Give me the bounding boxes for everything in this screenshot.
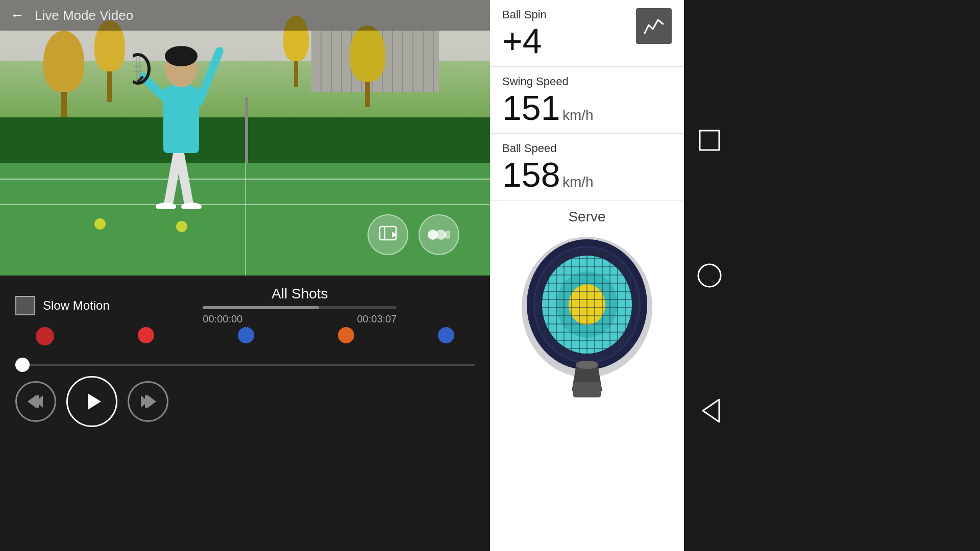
- swing-speed-label: Swing Speed: [502, 75, 672, 88]
- tree-left: [41, 31, 87, 122]
- time-end: 00:03:07: [357, 313, 397, 325]
- ball-spin-label: Ball Spin: [502, 8, 547, 21]
- svg-point-63: [576, 361, 598, 369]
- stats-panel: Ball Spin +4 Swing Speed 151 km/h Ball S…: [490, 0, 684, 551]
- rewind-button[interactable]: [15, 381, 56, 422]
- video-header: ← Live Mode Video: [0, 0, 490, 31]
- ball-speed-block: Ball Speed 158 km/h: [490, 134, 684, 201]
- tree-left2: [92, 20, 128, 102]
- ball-spin-value: +4: [502, 23, 547, 58]
- ball-speed-label: Ball Speed: [502, 142, 672, 155]
- controls-section: Slow Motion All Shots 00:00:00 00:03:07: [0, 276, 490, 551]
- playhead-track[interactable]: [15, 364, 475, 366]
- shot-dot-1[interactable]: [36, 327, 54, 345]
- slow-motion-checkbox[interactable]: [15, 296, 35, 315]
- swing-speed-value: 151: [502, 88, 560, 127]
- playhead[interactable]: [15, 358, 30, 372]
- racket-svg: [516, 228, 658, 402]
- svg-line-8: [199, 51, 219, 102]
- all-shots-container: All Shots 00:00:00 00:03:07: [125, 286, 475, 325]
- forward-button[interactable]: [128, 381, 168, 422]
- svg-rect-64: [700, 131, 719, 150]
- nav-square-button[interactable]: [694, 125, 725, 156]
- svg-rect-62: [573, 382, 601, 397]
- swing-speed-unit: km/h: [562, 107, 594, 123]
- video-overlay-controls: [368, 214, 459, 255]
- svg-line-1: [179, 148, 189, 204]
- time-start: 00:00:00: [203, 313, 242, 325]
- shot-dot-3[interactable]: [238, 327, 254, 343]
- player-figure: [133, 36, 235, 209]
- slow-motion-label: Slow Motion: [43, 298, 110, 313]
- play-button[interactable]: [66, 376, 117, 427]
- time-row: 00:00:00 00:03:07: [203, 313, 397, 325]
- svg-point-65: [698, 264, 721, 287]
- nav-bar: [684, 0, 735, 551]
- video-section: ← Live Mode Video Slow Motion All Shots …: [0, 0, 490, 551]
- progress-fill: [203, 306, 319, 309]
- svg-point-7: [165, 46, 198, 66]
- tree-right: [347, 26, 388, 107]
- overlay-shots-button[interactable]: [368, 214, 408, 255]
- video-frame: ← Live Mode Video: [0, 0, 490, 276]
- tennis-ball-2: [176, 221, 187, 232]
- slow-motion-container: Slow Motion: [15, 296, 110, 315]
- all-shots-label: All Shots: [272, 286, 328, 302]
- video-title: Live Mode Video: [35, 8, 133, 23]
- swing-speed-value-row: 151 km/h: [502, 90, 672, 125]
- serve-section: Serve: [490, 201, 684, 551]
- controls-top-row: Slow Motion All Shots 00:00:00 00:03:07: [0, 276, 490, 335]
- svg-marker-26: [148, 395, 156, 408]
- overlay-ball-button[interactable]: [419, 214, 459, 255]
- nav-circle-button[interactable]: [694, 260, 725, 291]
- svg-marker-22: [28, 395, 36, 408]
- shot-timeline: [0, 335, 490, 366]
- svg-marker-66: [703, 399, 719, 422]
- svg-marker-25: [88, 393, 101, 410]
- shot-dot-5[interactable]: [438, 327, 454, 343]
- ball-spin-block: Ball Spin +4: [490, 0, 684, 67]
- swing-speed-block: Swing Speed 151 km/h: [490, 67, 684, 134]
- ball-speed-value: 158: [502, 155, 560, 194]
- court-line-center: [245, 163, 246, 276]
- shot-dot-2[interactable]: [138, 327, 154, 343]
- ball-speed-unit: km/h: [562, 174, 594, 190]
- svg-rect-4: [163, 87, 199, 153]
- serve-title: Serve: [568, 209, 605, 225]
- nav-back-button[interactable]: [694, 395, 725, 426]
- racket-visualization: [516, 233, 658, 396]
- shot-dots-row: [15, 335, 475, 345]
- shot-dot-4[interactable]: [338, 327, 354, 343]
- progress-track[interactable]: [203, 306, 397, 309]
- ball-speed-value-row: 158 km/h: [502, 157, 672, 192]
- tennis-ball-1: [94, 218, 106, 230]
- chart-icon-button[interactable]: [636, 8, 672, 44]
- playback-row: [0, 366, 490, 437]
- back-button[interactable]: ←: [10, 7, 24, 23]
